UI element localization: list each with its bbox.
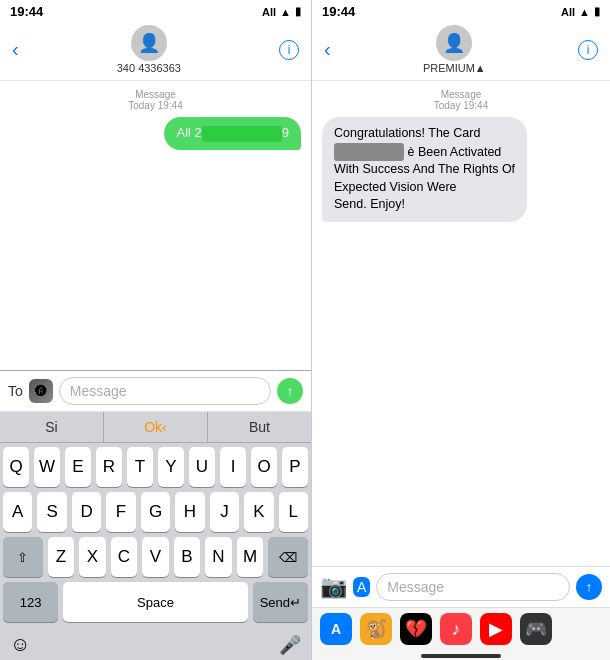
home-indicator: [421, 654, 501, 658]
right-info-button[interactable]: i: [578, 40, 598, 60]
key-y[interactable]: Y: [158, 447, 184, 487]
left-messages-area: Message Today 19:44 All 2••••••••••9: [0, 81, 311, 370]
key-g[interactable]: G: [141, 492, 170, 532]
left-status-icons: All ▲ ▮: [262, 5, 301, 18]
left-status-bar: 19:44 All ▲ ▮: [0, 0, 311, 23]
key-j[interactable]: J: [210, 492, 239, 532]
key-k[interactable]: K: [244, 492, 273, 532]
key-a[interactable]: A: [3, 492, 32, 532]
youtube-shortcut[interactable]: ▶: [480, 613, 512, 645]
autocorrect-bar: Si Ok‹ But: [0, 412, 311, 443]
key-q[interactable]: Q: [3, 447, 29, 487]
key-s[interactable]: S: [37, 492, 66, 532]
left-bubble-content: All 2••••••••••9: [164, 117, 301, 150]
right-battery-icon: ▮: [594, 5, 600, 18]
right-avatar: 👤: [436, 25, 472, 61]
app-icon-small[interactable]: 🅐: [29, 379, 53, 403]
left-nav-bar: ‹ 👤 340 4336363 i: [0, 23, 311, 81]
right-bubble-content: Congratulations! The Card ••• è Been Act…: [322, 117, 527, 222]
left-msg-placeholder: Message: [70, 383, 127, 399]
right-status-icons: All ▲ ▮: [561, 5, 600, 18]
left-redacted: ••••••••••: [202, 126, 282, 142]
key-i[interactable]: I: [220, 447, 246, 487]
right-back-button[interactable]: ‹: [324, 38, 331, 61]
right-status-bar: 19:44 All ▲ ▮: [312, 0, 610, 23]
key-123[interactable]: 123: [3, 582, 58, 622]
key-c[interactable]: C: [111, 537, 138, 577]
keyboard-rows: Q W E R T Y U I O P A S D F G H J K L: [0, 443, 311, 629]
mic-icon[interactable]: 🎤: [279, 634, 301, 656]
left-contact-name: 340 4336363: [117, 62, 181, 74]
key-r[interactable]: R: [96, 447, 122, 487]
autocorrect-word-2[interactable]: Ok‹: [104, 412, 208, 442]
key-send[interactable]: Send↵: [253, 582, 308, 622]
key-l[interactable]: L: [279, 492, 308, 532]
right-contact[interactable]: 👤 PREMIUM▲: [423, 25, 486, 74]
emoji-icon[interactable]: ☺: [10, 633, 30, 656]
left-message-input[interactable]: Message: [59, 377, 271, 405]
left-msg-text: All 2••••••••••9: [176, 125, 289, 140]
left-avatar: 👤: [131, 25, 167, 61]
app-store-icon[interactable]: A: [353, 577, 370, 597]
key-f[interactable]: F: [106, 492, 135, 532]
right-msg-placeholder: Message: [387, 579, 444, 595]
camera-icon[interactable]: 📷: [320, 574, 347, 600]
left-time: 19:44: [10, 4, 43, 19]
appstore-shortcut[interactable]: A: [320, 613, 352, 645]
app-shortcuts-bar: A 🐒 💔 ♪ ▶ 🎮: [312, 607, 610, 650]
right-incoming-bubble: Congratulations! The Card ••• è Been Act…: [322, 117, 600, 222]
right-wifi-icon: ▲: [579, 6, 590, 18]
key-x[interactable]: X: [79, 537, 106, 577]
signal-icon: All: [262, 6, 276, 18]
music-shortcut[interactable]: ♪: [440, 613, 472, 645]
key-u[interactable]: U: [189, 447, 215, 487]
keyboard-row-3: ⇧ Z X C V B N M ⌫: [3, 537, 308, 577]
right-messages-area: Message Today 19:44 Congratulations! The…: [312, 81, 610, 566]
key-p[interactable]: P: [282, 447, 308, 487]
wifi-icon: ▲: [280, 6, 291, 18]
left-panel: 19:44 All ▲ ▮ ‹ 👤 340 4336363 i Message …: [0, 0, 312, 660]
autocorrect-word-3[interactable]: But: [208, 412, 311, 442]
key-n[interactable]: N: [205, 537, 232, 577]
keyboard-row-4: 123 Space Send↵: [3, 582, 308, 622]
left-outgoing-bubble: All 2••••••••••9: [10, 117, 301, 150]
right-message-bar: 📷 A Message ↑: [312, 567, 610, 607]
game-shortcut[interactable]: 🎮: [520, 613, 552, 645]
battery-icon: ▮: [295, 5, 301, 18]
right-nav-bar: ‹ 👤 PREMIUM▲ i: [312, 23, 610, 81]
key-h[interactable]: H: [175, 492, 204, 532]
right-send-button[interactable]: ↑: [576, 574, 602, 600]
keyboard-container: To 🅐 Message ↑ Si Ok‹ But Q W E R T Y U …: [0, 370, 311, 660]
left-back-button[interactable]: ‹: [12, 38, 19, 61]
key-delete[interactable]: ⌫: [268, 537, 308, 577]
left-msg-timestamp: Message Today 19:44: [10, 89, 301, 111]
monkey-shortcut[interactable]: 🐒: [360, 613, 392, 645]
key-b[interactable]: B: [174, 537, 201, 577]
autocorrect-word-1[interactable]: Si: [0, 412, 104, 442]
heart-shortcut[interactable]: 💔: [400, 613, 432, 645]
key-v[interactable]: V: [142, 537, 169, 577]
right-msg-timestamp: Message Today 19:44: [322, 89, 600, 111]
right-message-input[interactable]: Message: [376, 573, 570, 601]
key-e[interactable]: E: [65, 447, 91, 487]
key-z[interactable]: Z: [48, 537, 75, 577]
key-m[interactable]: M: [237, 537, 264, 577]
left-contact[interactable]: 👤 340 4336363: [117, 25, 181, 74]
right-time: 19:44: [322, 4, 355, 19]
key-d[interactable]: D: [72, 492, 101, 532]
right-signal-icon: All: [561, 6, 575, 18]
to-label: To: [8, 383, 23, 399]
keyboard-row-2: A S D F G H J K L: [3, 492, 308, 532]
key-t[interactable]: T: [127, 447, 153, 487]
right-bottom-bar: [312, 650, 610, 660]
key-shift[interactable]: ⇧: [3, 537, 43, 577]
key-o[interactable]: O: [251, 447, 277, 487]
key-space[interactable]: Space: [63, 582, 247, 622]
left-input-bar: To 🅐 Message ↑: [0, 371, 311, 412]
right-contact-name: PREMIUM▲: [423, 62, 486, 74]
left-info-button[interactable]: i: [279, 40, 299, 60]
left-send-button[interactable]: ↑: [277, 378, 303, 404]
right-panel: 19:44 All ▲ ▮ ‹ 👤 PREMIUM▲ i Message Tod…: [312, 0, 610, 660]
key-w[interactable]: W: [34, 447, 60, 487]
keyboard-row-1: Q W E R T Y U I O P: [3, 447, 308, 487]
